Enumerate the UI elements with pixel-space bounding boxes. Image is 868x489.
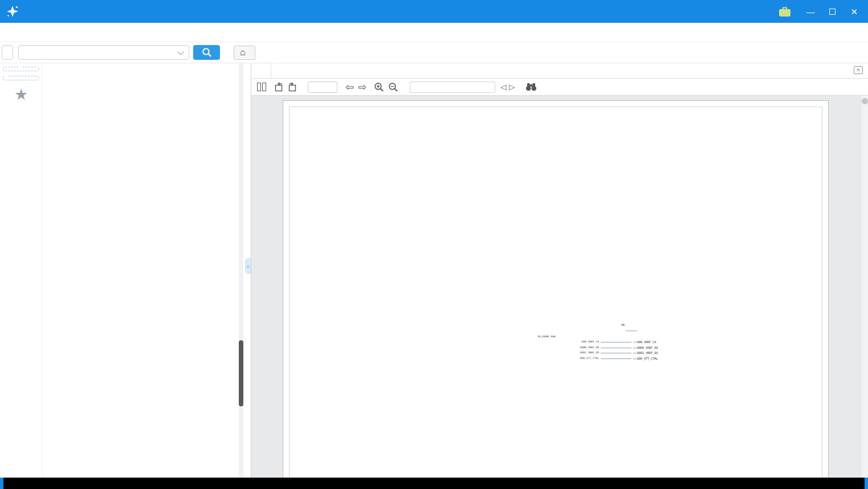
vip-section	[3, 67, 39, 71]
shrink-button[interactable]	[2, 45, 13, 60]
pdf-toolbar: ⇦ ⇨ ◁ ▷	[251, 79, 868, 96]
pdf-scrollbar-knob[interactable]	[862, 98, 868, 104]
star-icon: ★	[14, 87, 28, 102]
document-tab[interactable]	[251, 63, 271, 78]
close-button[interactable]: ✕	[850, 7, 858, 16]
member-center-button[interactable]: ⌂	[234, 46, 255, 60]
net-label: DDR_VTT_CTRL	[542, 357, 599, 360]
find-previous-icon[interactable]: ◁	[500, 83, 506, 91]
dropdown-caret-icon[interactable]	[177, 48, 184, 55]
wire	[601, 342, 631, 343]
wire	[626, 331, 637, 331]
search-icon	[201, 47, 213, 58]
two-page-view-icon[interactable]	[257, 83, 266, 91]
binoculars-icon[interactable]	[525, 83, 537, 91]
window-controls: — ✕	[779, 6, 862, 17]
app-logo-icon	[6, 5, 19, 18]
model-search-combobox[interactable]	[18, 45, 189, 60]
rotate-right-icon[interactable]	[288, 82, 297, 92]
title-bar: — ✕	[0, 0, 868, 23]
model-tree-panel: ‹	[43, 63, 251, 478]
home-icon: ⌂	[240, 48, 246, 57]
offpage-connector-label: >>DDR_VTT_CTRL	[633, 357, 658, 360]
find-next-icon[interactable]: ▷	[509, 83, 515, 91]
zoom-in-icon[interactable]	[374, 82, 384, 92]
schematic-sheet: 0RNC/DDR0_PARDDR_VREF_CA>>DDR_VREF_CADDR…	[289, 107, 822, 478]
wire	[601, 358, 631, 359]
tree-scrollbar-thumb[interactable]	[239, 340, 243, 406]
pdf-viewport[interactable]: 0RNC/DDR0_PARDDR_VREF_CA>>DDR_VREF_CADDR…	[251, 96, 868, 478]
model-search-input[interactable]	[19, 48, 178, 57]
wire	[601, 353, 631, 353]
vip-briefcase-icon[interactable]	[779, 6, 791, 17]
net-label: DDR1_VREF_DQ	[542, 351, 599, 354]
search-button[interactable]	[193, 45, 220, 60]
pdf-scrollbar[interactable]	[861, 96, 868, 478]
pdf-page: 0RNC/DDR0_PARDDR_VREF_CA>>DDR_VREF_CADDR…	[283, 100, 829, 478]
maximize-button[interactable]	[829, 9, 836, 15]
wire	[601, 348, 631, 348]
net-label: DDR0_VREF_DQ	[542, 346, 599, 349]
document-area: ✕ ⇦ ⇨	[251, 63, 868, 478]
lookup-input[interactable]	[410, 82, 495, 93]
page-number-input[interactable]	[308, 82, 337, 93]
collapse-panel-handle[interactable]: ‹	[245, 258, 251, 274]
menu-bar	[0, 23, 868, 42]
tab-row: ✕	[251, 63, 868, 79]
tree-scrollbar[interactable]	[239, 63, 243, 478]
net-label: DDR_VREF_CA	[542, 340, 599, 344]
rotate-left-icon[interactable]	[274, 82, 283, 92]
status-bar	[0, 478, 868, 489]
offpage-connector-label: >>DDR0_VREF_DQ	[633, 346, 658, 349]
zoom-out-icon[interactable]	[388, 82, 398, 92]
offpage-connector-label: >>DDR_VREF_CA	[633, 340, 656, 344]
left-sidebar: ★	[0, 63, 43, 478]
custom-section	[3, 76, 39, 80]
prev-page-icon[interactable]: ⇦	[345, 82, 354, 92]
minimize-button[interactable]: —	[806, 7, 814, 16]
offpage-connector-label: >>DDR1_VREF_DQ	[633, 351, 658, 354]
next-page-icon[interactable]: ⇨	[358, 82, 366, 92]
main-toolbar: ⌂	[0, 42, 868, 63]
net-label: NC/DDR0_PAR	[538, 335, 584, 339]
sidebar-item-favorites[interactable]: ★	[0, 87, 42, 104]
close-document-icon[interactable]: ✕	[854, 66, 863, 74]
resistor-value: 0R	[621, 323, 625, 327]
app-window: — ✕ ⌂	[0, 0, 868, 489]
